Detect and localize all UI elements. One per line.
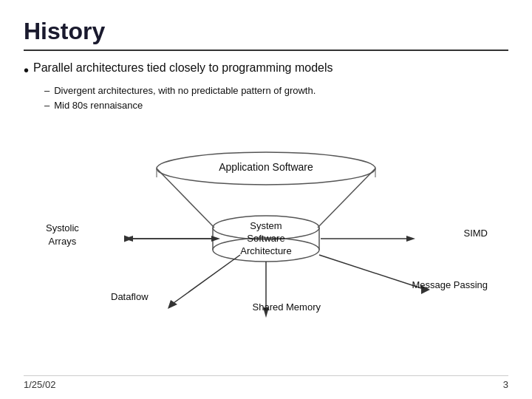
slide-title: History <box>24 18 508 45</box>
main-bullet: • Parallel architectures tied closely to… <box>24 61 508 79</box>
diagram: Application Software System Software Arc… <box>44 140 488 355</box>
label-center: System Software Architecture <box>240 220 291 258</box>
slide: History • Parallel architectures tied cl… <box>0 0 532 399</box>
svg-line-15 <box>174 255 240 303</box>
footer-date: 1/25/02 <box>24 379 55 390</box>
svg-line-2 <box>318 168 375 228</box>
svg-marker-14 <box>406 236 415 242</box>
title-divider <box>24 50 508 51</box>
label-systolic-line2: Arrays <box>49 236 77 247</box>
label-software: Software <box>247 233 284 244</box>
svg-line-17 <box>319 255 421 288</box>
svg-marker-11 <box>124 236 133 242</box>
svg-line-1 <box>157 168 214 228</box>
sub-bullets: Divergent architectures, with no predict… <box>44 85 508 111</box>
label-system: System <box>250 220 282 231</box>
bullet-dot: • <box>24 61 29 79</box>
main-bullet-text: Parallel architectures tied closely to p… <box>33 61 333 75</box>
footer: 1/25/02 3 <box>24 375 508 390</box>
label-architecture: Architecture <box>240 245 291 256</box>
sub-bullet-2: Mid 80s rennaisance <box>44 100 508 111</box>
label-simd: SIMD <box>464 228 488 239</box>
sub-bullet-2-text: Mid 80s rennaisance <box>54 100 143 111</box>
label-shared-memory: Shared Memory <box>253 301 321 313</box>
sub-bullet-1: Divergent architectures, with no predict… <box>44 85 508 96</box>
label-systolic: Systolic Arrays <box>46 222 79 248</box>
svg-marker-12 <box>211 236 220 242</box>
label-systolic-line1: Systolic <box>46 222 79 233</box>
label-app-software: Application Software <box>219 161 313 173</box>
label-message-passing: Message Passing <box>412 279 488 290</box>
label-dataflow: Dataflow <box>111 291 149 302</box>
footer-page: 3 <box>503 379 508 390</box>
sub-bullet-1-text: Divergent architectures, with no predict… <box>54 85 316 96</box>
